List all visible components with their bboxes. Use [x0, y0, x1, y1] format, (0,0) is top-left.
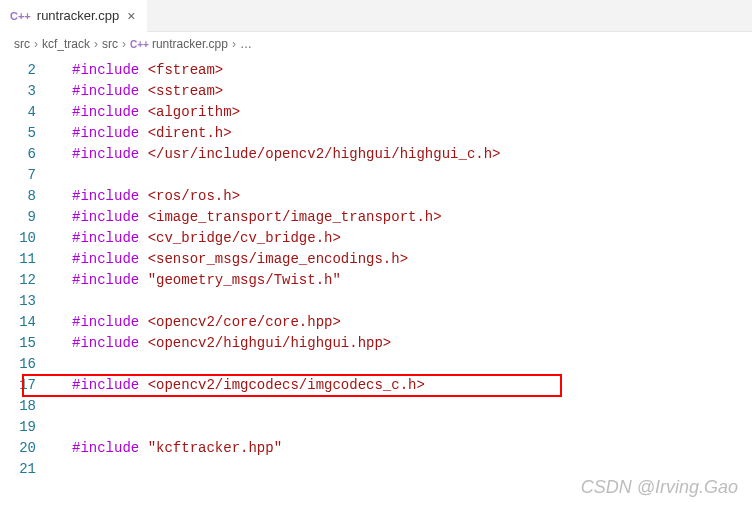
- line-number: 6: [0, 144, 56, 165]
- code-content[interactable]: #include <opencv2/highgui/highgui.hpp>: [56, 333, 391, 354]
- line-number: 16: [0, 354, 56, 375]
- code-line[interactable]: 4#include <algorithm>: [0, 102, 752, 123]
- line-number: 20: [0, 438, 56, 459]
- code-line[interactable]: 6#include </usr/include/opencv2/highgui/…: [0, 144, 752, 165]
- cpp-icon: C++: [130, 39, 149, 50]
- line-number: 11: [0, 249, 56, 270]
- line-number: 17: [0, 375, 56, 396]
- code-line[interactable]: 18: [0, 396, 752, 417]
- code-line[interactable]: 14#include <opencv2/core/core.hpp>: [0, 312, 752, 333]
- close-icon[interactable]: ×: [125, 8, 137, 24]
- code-editor[interactable]: 2#include <fstream>3#include <sstream>4#…: [0, 56, 752, 480]
- line-number: 18: [0, 396, 56, 417]
- line-number: 4: [0, 102, 56, 123]
- code-content[interactable]: #include <cv_bridge/cv_bridge.h>: [56, 228, 341, 249]
- code-content[interactable]: #include <fstream>: [56, 60, 223, 81]
- code-line[interactable]: 20#include "kcftracker.hpp": [0, 438, 752, 459]
- code-content[interactable]: [56, 291, 72, 312]
- code-line[interactable]: 16: [0, 354, 752, 375]
- line-number: 19: [0, 417, 56, 438]
- code-line[interactable]: 3#include <sstream>: [0, 81, 752, 102]
- chevron-right-icon: ›: [122, 37, 126, 51]
- code-line[interactable]: 2#include <fstream>: [0, 60, 752, 81]
- watermark: CSDN @Irving.Gao: [581, 477, 738, 498]
- code-line[interactable]: 7: [0, 165, 752, 186]
- code-line[interactable]: 13: [0, 291, 752, 312]
- breadcrumb-segment[interactable]: kcf_track: [42, 37, 90, 51]
- code-line[interactable]: 10#include <cv_bridge/cv_bridge.h>: [0, 228, 752, 249]
- breadcrumb-ellipsis[interactable]: …: [240, 37, 252, 51]
- code-content[interactable]: #include <opencv2/core/core.hpp>: [56, 312, 341, 333]
- chevron-right-icon: ›: [34, 37, 38, 51]
- code-content[interactable]: [56, 459, 72, 480]
- chevron-right-icon: ›: [94, 37, 98, 51]
- line-number: 21: [0, 459, 56, 480]
- code-content[interactable]: #include <sensor_msgs/image_encodings.h>: [56, 249, 408, 270]
- chevron-right-icon: ›: [232, 37, 236, 51]
- line-number: 7: [0, 165, 56, 186]
- code-content[interactable]: [56, 417, 72, 438]
- code-content[interactable]: #include <dirent.h>: [56, 123, 232, 144]
- breadcrumb-segment[interactable]: src: [14, 37, 30, 51]
- code-line[interactable]: 17#include <opencv2/imgcodecs/imgcodecs_…: [0, 375, 752, 396]
- line-number: 15: [0, 333, 56, 354]
- code-line[interactable]: 5#include <dirent.h>: [0, 123, 752, 144]
- code-content[interactable]: #include "kcftracker.hpp": [56, 438, 282, 459]
- line-number: 3: [0, 81, 56, 102]
- breadcrumb-segment[interactable]: src: [102, 37, 118, 51]
- code-line[interactable]: 15#include <opencv2/highgui/highgui.hpp>: [0, 333, 752, 354]
- line-number: 12: [0, 270, 56, 291]
- line-number: 9: [0, 207, 56, 228]
- code-content[interactable]: [56, 165, 72, 186]
- code-content[interactable]: #include <ros/ros.h>: [56, 186, 240, 207]
- code-content[interactable]: [56, 354, 72, 375]
- line-number: 5: [0, 123, 56, 144]
- code-line[interactable]: 19: [0, 417, 752, 438]
- line-number: 13: [0, 291, 56, 312]
- code-line[interactable]: 8#include <ros/ros.h>: [0, 186, 752, 207]
- code-line[interactable]: 12#include "geometry_msgs/Twist.h": [0, 270, 752, 291]
- breadcrumb[interactable]: src › kcf_track › src › C++ runtracker.c…: [0, 32, 752, 56]
- line-number: 10: [0, 228, 56, 249]
- editor-tab[interactable]: C++ runtracker.cpp ×: [0, 0, 147, 32]
- line-number: 2: [0, 60, 56, 81]
- tab-bar: C++ runtracker.cpp ×: [0, 0, 752, 32]
- code-content[interactable]: #include <algorithm>: [56, 102, 240, 123]
- tab-filename: runtracker.cpp: [37, 8, 119, 23]
- code-content[interactable]: #include </usr/include/opencv2/highgui/h…: [56, 144, 500, 165]
- code-content[interactable]: #include "geometry_msgs/Twist.h": [56, 270, 341, 291]
- code-line[interactable]: 21: [0, 459, 752, 480]
- line-number: 8: [0, 186, 56, 207]
- code-content[interactable]: #include <sstream>: [56, 81, 223, 102]
- code-line[interactable]: 9#include <image_transport/image_transpo…: [0, 207, 752, 228]
- code-content[interactable]: [56, 396, 72, 417]
- code-content[interactable]: #include <image_transport/image_transpor…: [56, 207, 442, 228]
- cpp-icon: C++: [10, 10, 31, 22]
- code-line[interactable]: 11#include <sensor_msgs/image_encodings.…: [0, 249, 752, 270]
- code-content[interactable]: #include <opencv2/imgcodecs/imgcodecs_c.…: [56, 375, 425, 396]
- line-number: 14: [0, 312, 56, 333]
- breadcrumb-file[interactable]: C++ runtracker.cpp: [130, 37, 228, 51]
